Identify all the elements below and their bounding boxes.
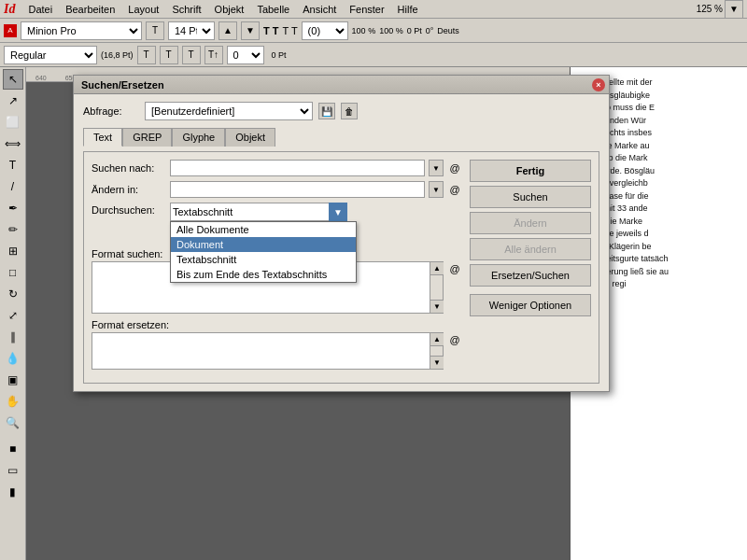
- delete-query-btn[interactable]: 🗑: [341, 103, 358, 119]
- menu-datei[interactable]: Datei: [22, 3, 58, 16]
- format-ersetzen-clear-btn[interactable]: @: [447, 332, 462, 345]
- baseline-btn[interactable]: T↑: [204, 46, 223, 64]
- menu-layout[interactable]: Layout: [122, 3, 164, 16]
- line-tool[interactable]: /: [3, 176, 23, 197]
- menu-schrift[interactable]: Schrift: [166, 3, 206, 16]
- menu-tabelle[interactable]: Tabelle: [251, 3, 295, 16]
- durchsuchen-input[interactable]: [170, 203, 347, 221]
- toolbar-1: A Minion Pro T 14 Pt ▲ ▼ T T T T (0) 100…: [0, 19, 747, 43]
- dialog-close-button[interactable]: ×: [592, 78, 605, 91]
- rect-tool[interactable]: □: [3, 262, 23, 283]
- gap-tool[interactable]: ⟺: [3, 133, 23, 154]
- aendern-input[interactable]: [170, 181, 425, 198]
- page-tool[interactable]: ⬜: [3, 112, 23, 133]
- gradient-tool[interactable]: ▣: [3, 370, 23, 390]
- menu-bearbeiten[interactable]: Bearbeiten: [60, 3, 120, 16]
- tab-content: Suchen nach: ▼ @ Ändern in: ▼ @: [83, 151, 599, 384]
- format-suchen-scroll-up[interactable]: ▲: [430, 262, 444, 275]
- durchsuchen-dropdown-list[interactable]: Alle Dokumente Dokument Textabschnitt Bi…: [170, 221, 357, 283]
- normal-mode[interactable]: ▭: [3, 460, 23, 481]
- format-ersetzen-label: Format ersetzen:: [92, 319, 462, 330]
- fill-stroke[interactable]: ■: [3, 439, 23, 459]
- tab-text[interactable]: Text: [83, 128, 122, 147]
- zoom-tool[interactable]: 🔍: [3, 413, 23, 433]
- style-btn3[interactable]: T: [182, 46, 201, 64]
- main-area: ↖ ↗ ⬜ ⟺ T / ✒ ✏ ⊞ □ ↻ ⤢ ∥ 💧 ▣ ✋ 🔍 ■ ▭ ▮ …: [0, 67, 747, 560]
- hand-tool[interactable]: ✋: [3, 391, 23, 412]
- menu-ansicht[interactable]: Ansicht: [297, 3, 342, 16]
- suchen-at-icon: @: [447, 161, 462, 175]
- toolbar-2: Regular (16,8 Pt) T T T T↑ 0 0 Pt: [0, 43, 747, 67]
- rotate-tool[interactable]: ↻: [3, 284, 23, 304]
- dialog-titlebar[interactable]: Suchen/Ersetzen ×: [74, 76, 609, 94]
- style-btn[interactable]: T: [137, 46, 156, 64]
- style-select[interactable]: Regular: [4, 46, 97, 64]
- query-select[interactable]: [Benutzerdefiniert]: [145, 102, 313, 120]
- format-suchen-scrollbar[interactable]: ▲ ▼: [430, 262, 443, 313]
- zoom-display: 125 %: [697, 4, 723, 14]
- shear-tool[interactable]: ∥: [3, 327, 23, 347]
- ersetzen-suchen-button[interactable]: Ersetzen/Suchen: [470, 264, 591, 287]
- tab-grep[interactable]: GREP: [122, 128, 172, 147]
- suchen-row: Suchen nach: ▼ @: [92, 160, 462, 176]
- dropdown-bis-zum-ende[interactable]: Bis zum Ende des Textabschnitts: [171, 267, 356, 282]
- rect-frame-tool[interactable]: ⊞: [3, 241, 23, 261]
- format-ersetzen-scrollbar[interactable]: ▲ ▼: [430, 333, 443, 369]
- menu-bar: Id Datei Bearbeiten Layout Schrift Objek…: [0, 0, 747, 19]
- aendern-dropdown-btn[interactable]: ▼: [429, 181, 444, 198]
- alle-aendern-button[interactable]: Alle ändern: [470, 238, 591, 260]
- size2-label: (16,8 Pt): [101, 50, 134, 60]
- durchsuchen-combo[interactable]: ▼ Alle Dokumente Dokument Textabschnitt …: [170, 203, 347, 221]
- aendern-at-icon: @: [447, 182, 462, 197]
- dialog-suchen-ersetzen[interactable]: Suchen/Ersetzen × Abfrage: [Benutzerdefi…: [73, 75, 610, 392]
- tracking-select[interactable]: (0): [302, 21, 348, 40]
- dropdown-dokument[interactable]: Dokument: [171, 237, 356, 252]
- style-btn2[interactable]: T: [160, 46, 178, 64]
- tab-glyphe[interactable]: Glyphe: [172, 128, 225, 147]
- dropdown-textabschnitt[interactable]: Textabschnitt: [171, 252, 356, 267]
- direct-select-tool[interactable]: ↗: [3, 91, 23, 111]
- format-suchen-scroll-down[interactable]: ▼: [430, 300, 444, 313]
- menu-hilfe[interactable]: Hilfe: [392, 3, 424, 16]
- menu-objekt[interactable]: Objekt: [209, 3, 250, 16]
- lang-label: Deuts: [437, 26, 459, 35]
- durchsuchen-label: Durchsuchen:: [92, 203, 166, 216]
- format-ersetzen-scroll-down[interactable]: ▼: [430, 356, 444, 369]
- pt-label: 0 Pt: [407, 26, 422, 35]
- font-family-select[interactable]: Minion Pro: [21, 21, 142, 40]
- format-suchen-clear-btn[interactable]: @: [447, 261, 462, 274]
- format-ersetzen-area: ▲ ▼: [92, 332, 444, 370]
- save-query-btn[interactable]: 💾: [318, 103, 335, 119]
- eyedropper-tool[interactable]: 💧: [3, 348, 23, 369]
- pen-tool[interactable]: ✒: [3, 198, 23, 218]
- menu-fenster[interactable]: Fenster: [344, 3, 389, 16]
- app-logo: Id: [4, 2, 15, 17]
- tabs: Text GREP Glyphe Objekt: [83, 128, 599, 147]
- percent-label-1: 100 %: [352, 26, 376, 35]
- canvas-area: 640 650 660 670 680 euGH stellte mit der…: [26, 67, 747, 560]
- tab-objekt[interactable]: Objekt: [225, 128, 275, 147]
- tracking-label: T T: [263, 25, 279, 36]
- font-size-up[interactable]: ▲: [218, 21, 237, 40]
- tool-panel: ↖ ↗ ⬜ ⟺ T / ✒ ✏ ⊞ □ ↻ ⤢ ∥ 💧 ▣ ✋ 🔍 ■ ▭ ▮: [0, 67, 26, 560]
- weniger-optionen-button[interactable]: Weniger Optionen: [470, 294, 591, 316]
- scale-tool[interactable]: ⤢: [3, 305, 23, 326]
- preview-mode[interactable]: ▮: [3, 482, 23, 502]
- suchen-input[interactable]: [170, 160, 425, 176]
- aendern-button[interactable]: Ändern: [470, 212, 591, 234]
- percent-label-2: 100 %: [379, 26, 403, 35]
- suchen-button[interactable]: Suchen: [470, 186, 591, 208]
- font-icon-btn[interactable]: T: [146, 21, 164, 40]
- suchen-dropdown-btn[interactable]: ▼: [429, 160, 444, 176]
- select-tool[interactable]: ↖: [3, 69, 23, 90]
- font-size-select[interactable]: 14 Pt: [168, 21, 215, 40]
- type-tool[interactable]: T: [3, 155, 23, 175]
- format-ersetzen-scroll-up[interactable]: ▲: [430, 333, 444, 346]
- fertig-button[interactable]: Fertig: [470, 160, 591, 182]
- baseline-select[interactable]: 0: [227, 46, 264, 64]
- font-size-down[interactable]: ▼: [241, 21, 260, 40]
- pt-label-2: 0 Pt: [272, 50, 287, 60]
- pencil-tool[interactable]: ✏: [3, 219, 23, 240]
- dropdown-alle-dokumente[interactable]: Alle Dokumente: [171, 222, 356, 237]
- zoom-dropdown-btn[interactable]: ▼: [725, 0, 743, 19]
